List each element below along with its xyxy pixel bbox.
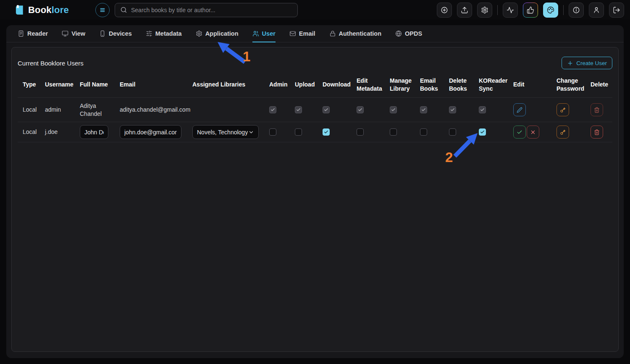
palette-icon <box>547 6 554 14</box>
username-cell: j.doe <box>40 128 75 136</box>
col-username: Username <box>40 81 75 88</box>
search-box[interactable] <box>115 3 298 17</box>
thumbs-up-icon <box>527 6 534 14</box>
upload-icon <box>461 6 468 14</box>
cancel-edit-button[interactable] <box>527 126 539 139</box>
delete-books-checkbox[interactable] <box>449 106 456 113</box>
save-user-button[interactable] <box>513 126 526 139</box>
users-table: Type Username Full Name Email Assigned L… <box>18 72 612 142</box>
download-checkbox[interactable] <box>323 128 330 136</box>
toolbar-divider <box>563 5 564 15</box>
tab-label: Application <box>205 30 239 37</box>
edit-user-button[interactable] <box>513 103 526 116</box>
theme-button[interactable] <box>543 3 558 18</box>
tab-reader[interactable]: Reader <box>18 25 48 42</box>
col-change-password: Change Password <box>551 77 585 92</box>
email-books-checkbox[interactable] <box>420 106 427 113</box>
gear-icon <box>481 6 488 14</box>
sliders-icon <box>146 30 152 37</box>
tab-application[interactable]: Application <box>196 25 239 42</box>
search-input[interactable] <box>131 7 292 13</box>
tab-label: Metadata <box>155 30 182 37</box>
change-password-button[interactable] <box>556 103 569 116</box>
koreader-sync-checkbox[interactable] <box>479 106 486 113</box>
col-edit-metadata: Edit Metadata <box>352 77 385 92</box>
col-upload: Upload <box>290 81 318 88</box>
info-icon <box>572 6 580 14</box>
tab-devices[interactable]: Devices <box>99 25 132 42</box>
like-button[interactable] <box>523 3 538 18</box>
tab-label: User <box>262 30 276 37</box>
user-icon <box>593 6 600 14</box>
table-header-row: Type Username Full Name Email Assigned L… <box>18 72 612 98</box>
activity-button[interactable] <box>503 3 518 18</box>
manage-library-checkbox[interactable] <box>390 128 397 136</box>
tab-email[interactable]: Email <box>289 25 315 42</box>
topbar: Booklore <box>0 0 630 20</box>
col-manage-library: Manage Library <box>385 77 415 92</box>
col-edit: Edit <box>508 81 551 88</box>
smartphone-icon <box>99 30 106 37</box>
email-cell: aditya.chandel@gmail.com <box>115 106 187 113</box>
trash-icon <box>594 129 600 135</box>
tab-view[interactable]: View <box>62 25 85 42</box>
settings-content: Reader View Devices Metadata Application… <box>6 25 624 358</box>
tab-authentication[interactable]: Authentication <box>329 25 382 42</box>
type-cell: Local <box>18 106 40 113</box>
col-delete-books: Delete Books <box>444 77 474 92</box>
download-checkbox[interactable] <box>323 106 330 113</box>
delete-user-button[interactable] <box>591 103 603 116</box>
manage-library-checkbox[interactable] <box>390 106 397 113</box>
activity-icon <box>507 6 514 14</box>
lock-icon <box>329 30 336 37</box>
tab-metadata[interactable]: Metadata <box>146 25 182 42</box>
brand-name: Booklore <box>28 5 69 16</box>
change-password-button[interactable] <box>556 126 569 139</box>
col-email: Email <box>115 81 187 88</box>
upload-checkbox[interactable] <box>295 128 302 136</box>
email-input[interactable] <box>120 125 181 139</box>
plus-icon <box>567 60 573 66</box>
settings-tabbar: Reader View Devices Metadata Application… <box>6 25 624 42</box>
search-icon <box>120 6 127 13</box>
add-button[interactable] <box>437 3 452 18</box>
pencil-icon <box>517 107 522 113</box>
account-button[interactable] <box>589 3 604 18</box>
users-panel: Current Booklore Users Create User Type … <box>11 47 619 352</box>
col-admin: Admin <box>264 81 290 88</box>
edit-metadata-checkbox[interactable] <box>357 128 364 136</box>
info-button[interactable] <box>569 3 584 18</box>
logout-icon <box>613 6 620 14</box>
create-user-button[interactable]: Create User <box>562 57 612 69</box>
hamburger-menu-button[interactable] <box>95 3 110 17</box>
tab-opds[interactable]: OPDS <box>395 25 422 42</box>
col-type: Type <box>18 81 40 88</box>
settings-button[interactable] <box>477 3 492 18</box>
assigned-libraries-select[interactable]: Novels, Technology <box>192 125 259 139</box>
edit-metadata-checkbox[interactable] <box>357 106 364 113</box>
mail-icon <box>289 30 296 37</box>
upload-checkbox[interactable] <box>295 106 302 113</box>
table-row-admin: Local admin Aditya Chandel aditya.chande… <box>18 98 612 122</box>
panel-title: Current Booklore Users <box>18 60 84 67</box>
globe-icon <box>395 30 402 37</box>
delete-books-checkbox[interactable] <box>449 128 456 136</box>
admin-checkbox[interactable] <box>269 106 276 113</box>
admin-checkbox[interactable] <box>269 128 276 136</box>
tab-user[interactable]: User <box>252 25 276 42</box>
col-full-name: Full Name <box>75 81 115 88</box>
col-assigned-libraries: Assigned Libraries <box>187 81 264 88</box>
col-delete: Delete <box>585 81 612 88</box>
full-name-input[interactable] <box>80 125 108 139</box>
chevron-down-icon <box>248 129 254 135</box>
delete-user-button[interactable] <box>591 126 603 139</box>
check-icon <box>517 129 522 135</box>
logout-button[interactable] <box>609 3 624 18</box>
toolbar-divider <box>497 5 498 15</box>
monitor-icon <box>62 30 68 37</box>
upload-button[interactable] <box>457 3 472 18</box>
email-books-checkbox[interactable] <box>420 128 427 136</box>
reader-book-icon <box>18 30 24 37</box>
brand[interactable]: Booklore <box>14 5 69 16</box>
koreader-sync-checkbox[interactable] <box>479 128 486 136</box>
